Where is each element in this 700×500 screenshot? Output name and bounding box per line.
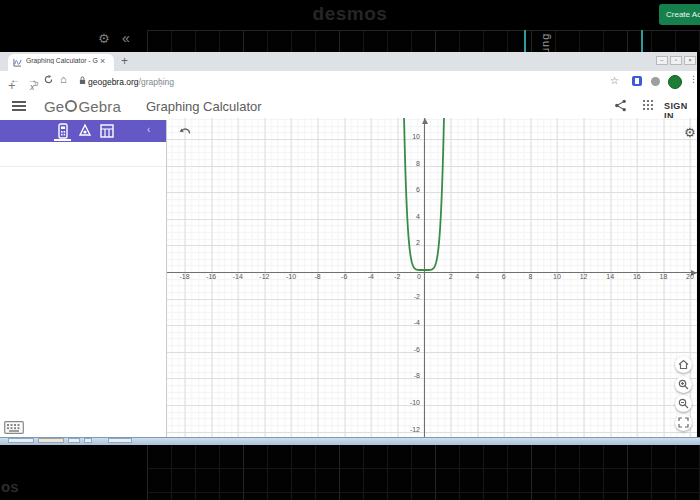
keyboard-toggle-icon[interactable] — [4, 421, 24, 434]
axis-tick-label: -14 — [230, 273, 246, 280]
axis-tick-label: 20 — [682, 273, 697, 280]
axis-tick-label: -8 — [402, 372, 420, 379]
axis-tick-label: 0 — [417, 273, 421, 280]
zoom-in-button[interactable] — [675, 376, 692, 393]
algebra-panel: ‹ — [0, 120, 167, 437]
desmos-gear-icon[interactable]: ⚙ — [98, 31, 110, 46]
active-tab-underline — [54, 139, 71, 141]
geogebra-logo[interactable]: GeGebra — [44, 98, 121, 115]
window-close-button[interactable]: × — [684, 56, 696, 65]
tab-close-icon[interactable]: × — [100, 56, 105, 66]
algebra-input-row[interactable] — [0, 142, 166, 167]
axis-tick-label: -6 — [402, 346, 420, 353]
axis-tick-label: 6 — [496, 273, 512, 280]
axis-tick-label: 8 — [522, 273, 538, 280]
desmos-corner-text: os — [1, 478, 19, 495]
tools-tab-icon[interactable] — [77, 123, 93, 139]
axis-tick-label: 18 — [655, 273, 671, 280]
taskbar-thumbnail[interactable] — [84, 438, 92, 443]
hamburger-menu-icon[interactable] — [12, 101, 26, 111]
profile-avatar[interactable] — [668, 75, 682, 89]
lock-icon — [79, 76, 86, 85]
axis-tick-label: -4 — [402, 319, 420, 326]
axis-tick-label: -4 — [363, 273, 379, 280]
axis-tick-label: -2 — [389, 273, 405, 280]
axis-tick-label: 4 — [469, 273, 485, 280]
axis-tick-label: 4 — [402, 213, 420, 220]
graph-view[interactable]: ⚙ -18-16-14-12-10-8-6-4-2024681012141618… — [167, 118, 697, 437]
panel-collapse-icon[interactable]: ‹ — [147, 124, 150, 135]
axis-tick-label: -8 — [310, 273, 326, 280]
taskbar-thumbnail[interactable] — [8, 438, 34, 443]
power-input-icon[interactable]: xb — [30, 80, 38, 92]
desmos-curve-segment — [524, 30, 526, 52]
taskbar-thumbnail[interactable] — [68, 438, 80, 443]
browser-menu-icon[interactable]: ⋮ — [689, 74, 698, 84]
axis-tick-label: -10 — [402, 399, 420, 406]
axis-tick-label: 10 — [402, 133, 420, 140]
axis-tick-label: 16 — [629, 273, 645, 280]
taskbar-thumbnail[interactable] — [108, 438, 132, 443]
home-icon[interactable]: ⌂ — [60, 73, 67, 85]
share-icon[interactable] — [614, 99, 627, 112]
axis-tick-label: 8 — [402, 160, 420, 167]
axis-tick-label: 10 — [549, 273, 565, 280]
taskbar[interactable] — [0, 437, 700, 445]
extension-icon[interactable] — [651, 77, 660, 86]
desmos-graph-background — [147, 444, 700, 500]
apps-grid-icon[interactable] — [642, 99, 654, 111]
app-title: Graphing Calculator — [146, 99, 262, 114]
axis-tick-label: -18 — [177, 273, 193, 280]
new-tab-button[interactable]: + — [121, 54, 128, 68]
desmos-curve-segment — [641, 30, 643, 52]
axis-tick-label: 6 — [402, 186, 420, 193]
browser-window: Graphing Calculator - GeoGebra × + – ▫ ×… — [0, 52, 697, 437]
create-account-button[interactable]: Create Ac — [659, 4, 700, 25]
undo-icon[interactable] — [179, 126, 192, 137]
standard-view-home-button[interactable] — [675, 356, 692, 373]
fullscreen-button[interactable] — [675, 414, 692, 431]
desmos-logo: desmos — [0, 3, 700, 25]
tab-title: Graphing Calculator - GeoGebra — [26, 57, 98, 64]
desmos-graph-background — [147, 30, 700, 52]
taskbar-thumbnail[interactable] — [38, 438, 64, 443]
window-maximize-button[interactable]: ▫ — [670, 56, 682, 65]
input-row-menu-icon[interactable]: ⋮ — [156, 78, 165, 88]
table-tab-icon[interactable] — [99, 123, 115, 139]
geogebra-logo-pentagon-icon — [65, 100, 77, 112]
axis-tick-label: 2 — [443, 273, 459, 280]
axis-tick-label: 12 — [576, 273, 592, 280]
reload-icon[interactable] — [44, 75, 53, 84]
algebra-tab-calculator-icon[interactable] — [55, 123, 71, 139]
window-minimize-button[interactable]: – — [656, 56, 668, 65]
axis-tick-label: -16 — [203, 273, 219, 280]
graph-settings-gear-icon[interactable]: ⚙ — [684, 125, 696, 140]
add-expression-button[interactable]: + — [8, 78, 16, 93]
axis-tick-label: -12 — [256, 273, 272, 280]
desmos-rotated-label: ung — [539, 32, 565, 54]
axis-tick-label: -12 — [402, 426, 420, 433]
extension-icon[interactable] — [632, 76, 642, 86]
url-domain: geogebra.org — [88, 77, 139, 87]
desmos-collapse-icon[interactable]: « — [122, 30, 130, 46]
axis-tick-label: 2 — [402, 239, 420, 246]
axis-tick-label: -6 — [336, 273, 352, 280]
axis-tick-label: -2 — [402, 293, 420, 300]
bookmark-star-icon[interactable]: ☆ — [610, 75, 619, 86]
zoom-out-button[interactable] — [675, 395, 692, 412]
axis-tick-label: -10 — [283, 273, 299, 280]
axis-tick-label: 14 — [602, 273, 618, 280]
geogebra-favicon-icon — [13, 58, 22, 67]
